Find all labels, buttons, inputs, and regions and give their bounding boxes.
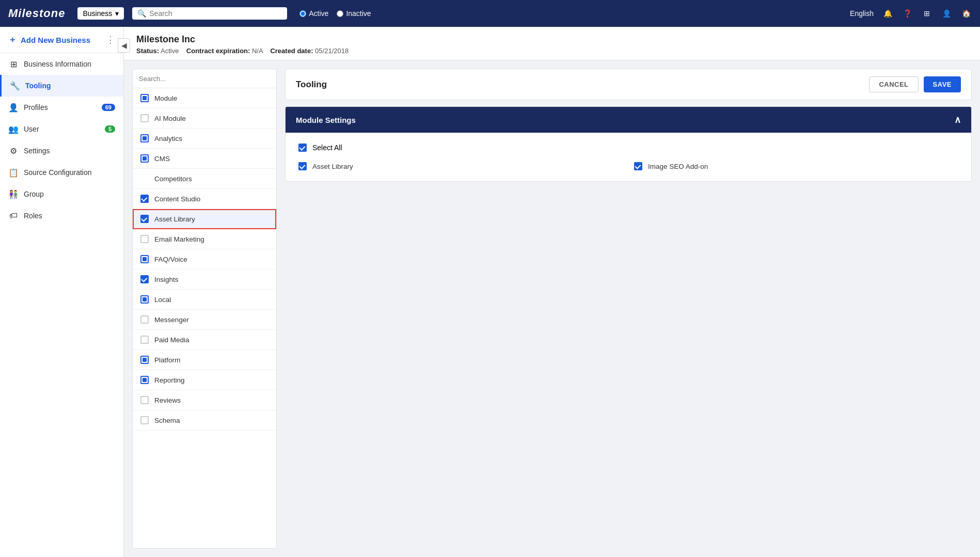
sidebar-collapse-button[interactable]: ◀ bbox=[118, 38, 130, 53]
module-label-faq-voice: FAQ/Voice bbox=[154, 256, 187, 263]
module-checkbox-reporting[interactable] bbox=[140, 375, 149, 385]
user-badge: 5 bbox=[105, 125, 115, 133]
module-checkbox-schema[interactable] bbox=[140, 416, 149, 425]
select-all-checkbox[interactable] bbox=[298, 143, 307, 152]
status-label: Status: bbox=[136, 47, 159, 55]
module-label-module: Module bbox=[154, 94, 177, 102]
module-item-competitors[interactable]: Competitors bbox=[133, 169, 276, 189]
module-checkbox-content-studio[interactable] bbox=[140, 194, 149, 203]
business-information-icon: ⊞ bbox=[8, 59, 19, 69]
module-checkbox-asset-library[interactable] bbox=[140, 214, 149, 224]
module-settings-card: Module Settings ∧ Select All bbox=[285, 106, 972, 182]
module-item-faq-voice[interactable]: FAQ/Voice bbox=[133, 249, 276, 269]
module-checkbox-paid-media[interactable] bbox=[140, 335, 149, 344]
module-label-email-marketing: Email Marketing bbox=[154, 235, 204, 243]
notification-bell-icon[interactable]: 🔔 bbox=[882, 8, 893, 19]
business-meta: Status: Active Contract expiration: N/A … bbox=[136, 47, 968, 55]
sidebar-item-source-configuration[interactable]: 📋 Source Configuration bbox=[0, 162, 123, 183]
inactive-radio[interactable] bbox=[337, 10, 343, 17]
module-item-reviews[interactable]: Reviews bbox=[133, 390, 276, 410]
sidebar-item-settings[interactable]: ⚙ Settings bbox=[0, 140, 123, 162]
sidebar-item-group[interactable]: 👫 Group bbox=[0, 183, 123, 205]
sidebar-item-tooling[interactable]: 🔧 Tooling bbox=[0, 75, 123, 97]
contract-value: N/A bbox=[252, 47, 263, 55]
sidebar-item-profiles[interactable]: 👤 Profiles 69 bbox=[0, 97, 123, 118]
module-label-schema: Schema bbox=[154, 417, 180, 424]
module-checkbox-platform[interactable] bbox=[140, 355, 149, 364]
profiles-icon: 👤 bbox=[8, 102, 19, 113]
user-icon: 👥 bbox=[8, 124, 19, 134]
created-label: Created date: bbox=[270, 47, 313, 55]
module-checkbox-faq-voice[interactable] bbox=[140, 254, 149, 264]
image-seo-label: Image SEO Add-on bbox=[648, 163, 708, 170]
module-search-input[interactable] bbox=[139, 75, 270, 83]
select-all-row: Select All bbox=[298, 143, 959, 152]
save-button[interactable]: SAVE bbox=[924, 76, 961, 92]
sidebar-item-roles[interactable]: 🏷 Roles bbox=[0, 205, 123, 227]
active-radio-label[interactable]: Active bbox=[299, 9, 328, 18]
logo: Milestone bbox=[8, 7, 65, 20]
more-options-icon[interactable]: ⋮ bbox=[106, 34, 115, 45]
module-checkbox-cms[interactable] bbox=[140, 154, 149, 163]
module-label-ai-module: AI Module bbox=[154, 115, 186, 122]
search-input[interactable] bbox=[149, 9, 282, 18]
module-checkbox-module[interactable] bbox=[140, 93, 149, 103]
module-checkbox-messenger[interactable] bbox=[140, 315, 149, 324]
asset-library-checkbox[interactable] bbox=[298, 162, 307, 171]
language-selector[interactable]: English bbox=[850, 9, 874, 18]
module-item-platform[interactable]: Platform bbox=[133, 350, 276, 370]
module-item-messenger[interactable]: Messenger bbox=[133, 310, 276, 330]
created-value: 05/21/2018 bbox=[315, 47, 349, 55]
settings-icon: ⚙ bbox=[8, 146, 19, 156]
home-icon[interactable]: 🏠 bbox=[960, 8, 972, 19]
help-icon[interactable]: ❓ bbox=[902, 8, 913, 19]
image-seo-checkbox[interactable] bbox=[634, 162, 643, 171]
apps-grid-icon[interactable]: ⊞ bbox=[921, 8, 932, 19]
module-item-analytics[interactable]: Analytics bbox=[133, 129, 276, 149]
module-label-asset-library: Asset Library bbox=[154, 215, 195, 223]
search-type-dropdown[interactable]: Business ▾ bbox=[77, 7, 124, 20]
module-list-panel: Module AI Module Analytics CMS bbox=[132, 69, 277, 549]
cancel-button[interactable]: CANCEL bbox=[869, 76, 918, 92]
module-item-paid-media[interactable]: Paid Media bbox=[133, 330, 276, 350]
module-item-module[interactable]: Module bbox=[133, 88, 276, 108]
module-item-content-studio[interactable]: Content Studio bbox=[133, 189, 276, 209]
module-item-schema[interactable]: Schema bbox=[133, 410, 276, 431]
module-label-competitors: Competitors bbox=[154, 175, 192, 183]
module-settings-checkboxes: Asset Library Image SEO Add-on bbox=[298, 162, 959, 171]
module-item-asset-library[interactable]: Asset Library bbox=[133, 209, 276, 229]
module-item-email-marketing[interactable]: Email Marketing bbox=[133, 229, 276, 249]
module-checkbox-insights[interactable] bbox=[140, 275, 149, 284]
sidebar-item-business-information[interactable]: ⊞ Business Information bbox=[0, 53, 123, 75]
module-checkbox-competitors[interactable] bbox=[140, 174, 149, 183]
checkbox-item-asset-library: Asset Library bbox=[298, 162, 623, 171]
inactive-radio-label[interactable]: Inactive bbox=[337, 9, 371, 18]
module-item-local[interactable]: Local bbox=[133, 290, 276, 310]
module-item-cms[interactable]: CMS bbox=[133, 149, 276, 169]
module-item-insights[interactable]: Insights bbox=[133, 269, 276, 290]
nav-right-section: English 🔔 ❓ ⊞ 👤 🏠 bbox=[850, 8, 972, 19]
module-item-ai-module[interactable]: AI Module bbox=[133, 108, 276, 129]
sidebar: ＋ Add New Business ⋮ ⊞ Business Informat… bbox=[0, 27, 124, 557]
collapse-chevron-icon: ∧ bbox=[954, 114, 961, 125]
global-search-bar[interactable]: 🔍 bbox=[132, 7, 287, 20]
module-label-reviews: Reviews bbox=[154, 396, 181, 404]
module-checkbox-local[interactable] bbox=[140, 295, 149, 304]
module-item-reporting[interactable]: Reporting bbox=[133, 370, 276, 390]
sidebar-item-user[interactable]: 👥 User 5 bbox=[0, 118, 123, 140]
add-new-business-button[interactable]: Add New Business bbox=[21, 36, 90, 44]
module-checkbox-analytics[interactable] bbox=[140, 134, 149, 143]
module-checkbox-reviews[interactable] bbox=[140, 395, 149, 405]
module-settings-header[interactable]: Module Settings ∧ bbox=[286, 107, 971, 133]
module-checkbox-ai-module[interactable] bbox=[140, 114, 149, 123]
checkbox-item-image-seo: Image SEO Add-on bbox=[634, 162, 959, 171]
source-configuration-icon: 📋 bbox=[8, 167, 19, 178]
module-checkbox-email-marketing[interactable] bbox=[140, 234, 149, 244]
add-icon: ＋ bbox=[8, 35, 17, 45]
active-radio[interactable] bbox=[299, 10, 306, 17]
module-label-reporting: Reporting bbox=[154, 376, 185, 384]
tooling-header-card: Tooling CANCEL SAVE bbox=[285, 69, 972, 100]
user-avatar-icon[interactable]: 👤 bbox=[941, 8, 952, 19]
dropdown-arrow-icon: ▾ bbox=[115, 9, 119, 18]
select-all-label: Select All bbox=[312, 144, 342, 152]
